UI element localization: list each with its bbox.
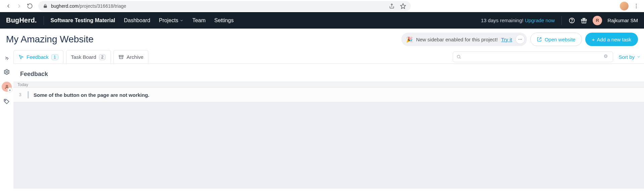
workspace-name[interactable]: Software Testing Material (51, 17, 115, 24)
plus-icon: + (592, 37, 595, 42)
user-name[interactable]: Rajkumar SM (607, 17, 638, 23)
bookmark-star-icon[interactable] (400, 3, 406, 9)
nav-team[interactable]: Team (192, 17, 205, 24)
tab-feedback[interactable]: Feedback 1 (13, 50, 63, 64)
svg-point-14 (6, 85, 8, 87)
chevron-down-icon (180, 18, 184, 23)
svg-marker-1 (401, 4, 406, 9)
share-icon[interactable] (389, 3, 395, 9)
svg-point-2 (636, 4, 637, 5)
app-logo[interactable]: BugHerd. (6, 16, 37, 24)
reload-button[interactable] (27, 3, 33, 9)
external-link-icon (537, 37, 542, 42)
task-list: 3 Some of the button on the page are not… (13, 88, 644, 189)
tab-task-board[interactable]: Task Board 2 (66, 50, 111, 64)
expand-rail-icon[interactable] (3, 55, 10, 62)
tag-rail-icon[interactable] (3, 98, 10, 105)
svg-point-10 (518, 39, 519, 40)
upgrade-link[interactable]: Upgrade now (525, 17, 555, 23)
browser-menu-icon[interactable] (633, 3, 639, 9)
add-member-rail-button[interactable] (2, 82, 12, 92)
section-title: Feedback (13, 64, 644, 82)
task-number: 3 (17, 92, 23, 97)
taskboard-count-badge: 2 (99, 54, 106, 60)
svg-point-3 (636, 6, 637, 6)
party-icon: 🎉 (406, 36, 413, 43)
url-text: bugherd.com/projects/316618/triage (51, 3, 126, 9)
feedback-count-badge: 1 (51, 54, 58, 60)
group-header-today: Today (13, 82, 644, 88)
forward-button[interactable] (16, 3, 22, 9)
separator-icon (44, 16, 44, 25)
settings-rail-icon[interactable] (3, 68, 10, 76)
user-avatar[interactable]: R (593, 16, 602, 25)
back-button[interactable] (5, 3, 11, 9)
task-row[interactable]: 3 Some of the button on the page are not… (13, 88, 644, 102)
left-rail (0, 50, 13, 189)
clear-search-icon[interactable] (603, 54, 609, 60)
browser-bar: bugherd.com/projects/316618/triage (0, 0, 644, 12)
tab-archive[interactable]: Archive (113, 50, 148, 64)
project-bar: My Amazing Website 🎉 New sidebar enabled… (0, 29, 644, 50)
notice-more-button[interactable] (515, 35, 525, 44)
gift-icon[interactable] (581, 17, 587, 24)
svg-line-19 (460, 58, 461, 59)
svg-point-15 (5, 100, 6, 101)
project-title: My Amazing Website (6, 34, 94, 45)
try-it-link[interactable]: Try it (501, 37, 512, 42)
separator-icon (561, 16, 562, 25)
add-task-button[interactable]: + Add a new task (585, 33, 638, 46)
svg-point-13 (6, 71, 8, 73)
sidebar-enabled-notice: 🎉 New sidebar enabled for this project! … (401, 33, 527, 46)
svg-point-11 (520, 39, 521, 40)
main-area: Feedback 1 Task Board 2 Archive (0, 50, 644, 189)
address-bar[interactable]: bugherd.com/projects/316618/triage (38, 1, 411, 11)
app-header: BugHerd. Software Testing Material Dashb… (0, 12, 644, 29)
lock-icon (43, 4, 48, 8)
task-text: Some of the button on the page are not w… (34, 92, 149, 98)
search-input-wrap[interactable] (453, 51, 613, 62)
svg-point-12 (521, 39, 522, 40)
help-icon[interactable] (568, 17, 575, 24)
task-status-bar (28, 91, 29, 99)
browser-profile-avatar[interactable] (620, 2, 629, 10)
nav-settings[interactable]: Settings (214, 17, 234, 24)
open-website-button[interactable]: Open website (530, 33, 582, 46)
sort-by-dropdown[interactable]: Sort by (618, 54, 641, 60)
cursor-icon (18, 54, 24, 60)
search-input[interactable] (464, 54, 601, 60)
nav-projects[interactable]: Projects (159, 17, 184, 24)
svg-point-6 (572, 22, 572, 22)
svg-point-4 (636, 7, 637, 8)
notice-text: New sidebar enabled for this project! (416, 37, 498, 42)
trial-text: 13 days remaining! Upgrade now (481, 17, 555, 23)
svg-point-18 (457, 55, 460, 58)
search-icon (456, 54, 461, 59)
archive-icon (118, 54, 124, 60)
nav-dashboard[interactable]: Dashboard (124, 17, 150, 24)
chevron-down-icon (637, 55, 641, 59)
tabs-row: Feedback 1 Task Board 2 Archive (13, 50, 644, 64)
svg-rect-16 (119, 55, 123, 56)
